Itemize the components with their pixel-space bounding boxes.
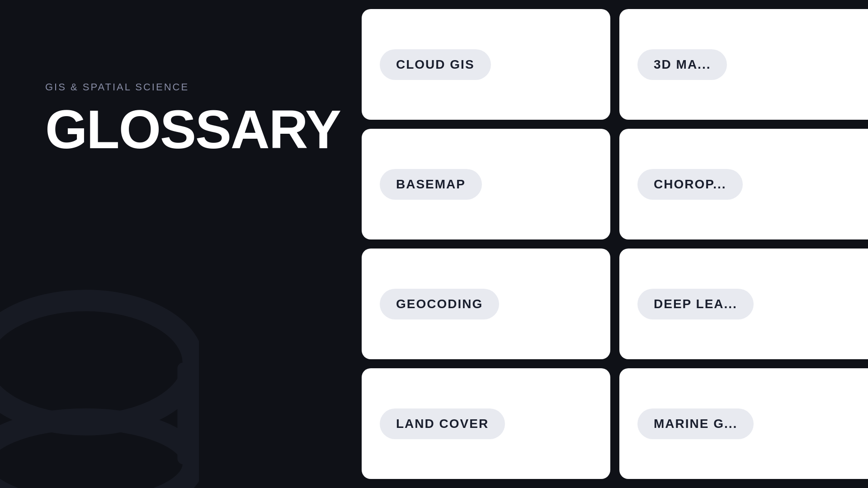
svg-point-0 (0, 300, 193, 425)
card-3d-mapping[interactable]: 3D MA... (619, 9, 868, 120)
card-cloud-gis[interactable]: CLOUD GIS (362, 9, 610, 120)
card-label-basemap: BASEMAP (396, 177, 466, 192)
card-badge-deep-learning: DEEP LEA... (637, 289, 754, 319)
card-badge-cloud-gis: CLOUD GIS (380, 49, 491, 80)
card-label-geocoding: GEOCODING (396, 297, 483, 311)
card-basemap[interactable]: BASEMAP (362, 129, 610, 239)
card-badge-land-cover: LAND COVER (380, 408, 505, 439)
card-badge-choropleth: CHOROP... (637, 169, 743, 200)
card-label-3d-mapping: 3D MA... (654, 57, 711, 72)
decorative-g-icon (0, 289, 199, 488)
card-badge-3d-mapping: 3D MA... (637, 49, 727, 80)
card-label-choropleth: CHOROP... (654, 177, 726, 192)
card-badge-marine-gis: MARINE G... (637, 408, 754, 439)
glossary-grid: CLOUD GIS 3D MA... BASEMAP CHOROP... GEO… (353, 0, 868, 488)
card-label-cloud-gis: CLOUD GIS (396, 57, 475, 72)
left-panel: GIS & SPATIAL SCIENCE GLOSSARY (0, 0, 353, 488)
card-geocoding[interactable]: GEOCODING (362, 249, 610, 359)
card-choropleth[interactable]: CHOROP... (619, 129, 868, 239)
card-badge-basemap: BASEMAP (380, 169, 482, 200)
card-label-deep-learning: DEEP LEA... (654, 297, 737, 311)
card-land-cover[interactable]: LAND COVER (362, 368, 610, 479)
subtitle: GIS & SPATIAL SCIENCE (45, 81, 326, 93)
card-marine-gis[interactable]: MARINE G... (619, 368, 868, 479)
svg-point-2 (0, 419, 193, 488)
card-badge-geocoding: GEOCODING (380, 289, 499, 319)
card-deep-learning[interactable]: DEEP LEA... (619, 249, 868, 359)
card-label-land-cover: LAND COVER (396, 417, 489, 431)
main-title: GLOSSARY (45, 102, 326, 156)
card-label-marine-gis: MARINE G... (654, 417, 737, 431)
